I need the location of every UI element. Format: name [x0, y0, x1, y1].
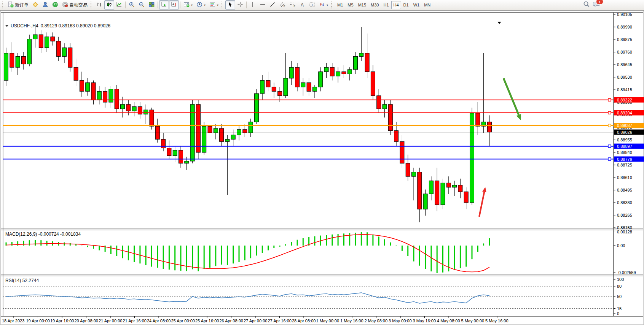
candle	[464, 187, 468, 209]
fibonacci-button[interactable]: F	[287, 0, 297, 10]
red-up-arrow[interactable]	[479, 187, 486, 217]
horizontal-line[interactable]: 0.88779	[3, 157, 644, 162]
horizontal-line[interactable]: 0.88897	[3, 144, 644, 149]
candle	[196, 100, 200, 159]
timeframe-button-M1[interactable]: M1	[335, 1, 345, 9]
candle	[16, 53, 20, 75]
horizontal-line[interactable]: 0.89026	[3, 130, 644, 135]
candle	[371, 65, 375, 100]
svg-text:0.88955: 0.88955	[617, 138, 632, 142]
candle	[91, 81, 96, 105]
timeframe-button-M5[interactable]: M5	[345, 1, 355, 9]
bar-chart-button[interactable]	[94, 0, 104, 10]
timeframe-button-D1[interactable]: D1	[401, 1, 411, 9]
timeframe-button-H1[interactable]: H1	[381, 1, 391, 9]
notification-badge: 1	[596, 0, 603, 5]
tile-windows-button[interactable]	[147, 0, 156, 10]
crosshair-button[interactable]	[235, 0, 245, 10]
cursor-button[interactable]	[225, 0, 235, 10]
svg-text:3 May 00:00: 3 May 00:00	[389, 319, 412, 323]
svg-text:100: 100	[617, 277, 624, 282]
green-down-arrow[interactable]	[504, 78, 521, 120]
candle	[190, 100, 194, 163]
svg-text:26 Apr 08:00: 26 Apr 08:00	[220, 319, 243, 323]
candlestick-chart-icon	[106, 2, 112, 9]
horizontal-line-button[interactable]	[258, 0, 268, 10]
price-axis[interactable]: 0.901050.899900.898750.897600.896450.895…	[614, 12, 632, 230]
candle	[289, 61, 293, 85]
candle	[336, 67, 340, 82]
signals-button[interactable]	[50, 0, 60, 10]
horizontal-line[interactable]: 0.89204	[3, 110, 644, 116]
chart-shift-button[interactable]	[169, 0, 179, 10]
clock-icon	[196, 2, 202, 9]
equidistant-channel-button[interactable]: E	[277, 0, 287, 10]
templates-button[interactable]: ▾	[207, 0, 220, 10]
timeframe-button-MN[interactable]: MN	[422, 1, 433, 9]
toolbar-separator	[158, 2, 158, 8]
candle	[150, 108, 154, 129]
search-icon[interactable]	[583, 1, 590, 9]
candle	[202, 122, 206, 155]
candle	[45, 32, 49, 52]
market-icon	[32, 2, 38, 9]
timeframe-button-M15[interactable]: M15	[356, 1, 368, 9]
chart-symbol-period: USDCHF-,H4	[11, 23, 38, 29]
candlestick-chart-button[interactable]	[104, 0, 114, 10]
community-button[interactable]	[40, 0, 50, 10]
svg-text:50: 50	[617, 294, 622, 299]
candle	[97, 86, 101, 105]
price-line-label: 0.88897	[617, 144, 632, 149]
toolbar-grip	[222, 2, 224, 8]
autotrading-button[interactable]: 自动交易	[60, 0, 89, 10]
main-toolbar: 新订单 自动交易	[0, 0, 644, 10]
candle	[295, 63, 300, 92]
periods-button[interactable]: ▾	[194, 0, 207, 10]
timeframe-button-H4[interactable]: H4	[391, 1, 401, 9]
svg-text:20 Apr 08:00: 20 Apr 08:00	[75, 319, 98, 323]
svg-text:19 Apr 16:00: 19 Apr 16:00	[50, 319, 74, 323]
indicators-button[interactable]: ▾	[182, 0, 194, 10]
candle	[237, 126, 241, 140]
svg-text:3 May 16:00: 3 May 16:00	[413, 319, 436, 323]
horizontal-line[interactable]: 0.89087	[3, 123, 644, 128]
toolbar-right-group: 1	[583, 1, 601, 9]
timeframe-button-M30[interactable]: M30	[368, 1, 381, 9]
arrows-icon	[319, 2, 325, 9]
candle	[214, 124, 218, 139]
notifications-button[interactable]: 1	[593, 1, 601, 9]
vertical-line-button[interactable]	[248, 0, 258, 10]
candle	[220, 124, 224, 146]
macd-signal-line	[6, 235, 489, 272]
svg-text:19 Apr 00:00: 19 Apr 00:00	[26, 319, 50, 323]
candle	[103, 87, 107, 108]
svg-text:0.88265: 0.88265	[617, 213, 632, 217]
arrows-button[interactable]: ▾	[317, 0, 330, 10]
candle	[359, 27, 363, 61]
text-label-icon: T	[309, 2, 315, 9]
zoom-out-icon	[139, 2, 145, 9]
candle	[348, 67, 352, 80]
time-axis[interactable]: 18 Apr 202319 Apr 00:0019 Apr 16:0020 Ap…	[2, 316, 509, 323]
chart-shift-marker-icon[interactable]	[497, 22, 501, 24]
candle	[307, 78, 311, 96]
svg-text:0.88380: 0.88380	[617, 200, 632, 205]
svg-text:25 Apr 00:00: 25 Apr 00:00	[171, 319, 195, 323]
rsi-pane: 1008050150	[3, 277, 624, 316]
zoom-out-button[interactable]	[137, 0, 147, 10]
new-order-button[interactable]: 新订单	[6, 0, 30, 10]
timeframe-button-W1[interactable]: W1	[411, 1, 422, 9]
zoom-in-button[interactable]	[127, 0, 137, 10]
trendline-button[interactable]	[268, 0, 277, 10]
line-chart-button[interactable]	[114, 0, 124, 10]
toolbar-separator	[125, 2, 126, 8]
auto-scroll-button[interactable]	[159, 0, 169, 10]
chart-canvas[interactable]: 0.901050.899900.898750.897600.896450.895…	[0, 0, 644, 325]
one-click-trading-icon[interactable]	[5, 25, 8, 27]
autotrading-label: 自动交易	[69, 2, 88, 8]
market-button[interactable]	[30, 0, 40, 10]
text-label-button[interactable]: T	[307, 0, 317, 10]
text-button[interactable]: A	[297, 0, 307, 10]
rsi-line	[6, 293, 489, 303]
timeframe-group: M1M5M15M30H1H4D1W1MN	[335, 1, 433, 9]
